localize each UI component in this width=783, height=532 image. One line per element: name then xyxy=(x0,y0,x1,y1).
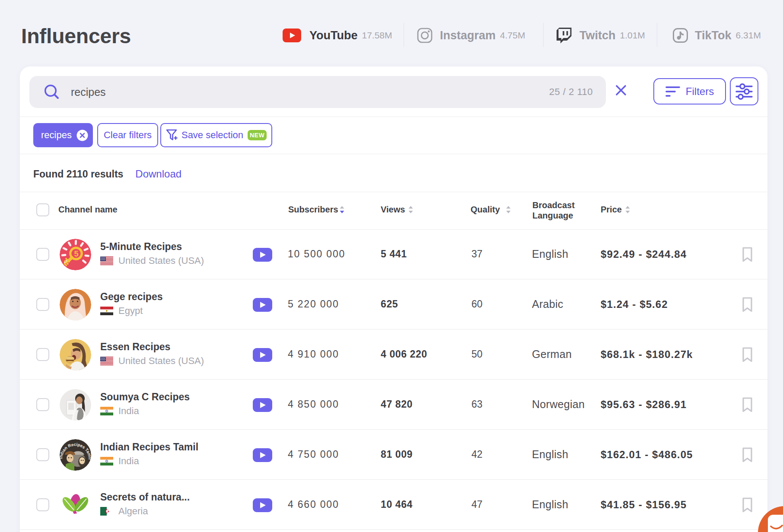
svg-text:5: 5 xyxy=(74,249,78,258)
